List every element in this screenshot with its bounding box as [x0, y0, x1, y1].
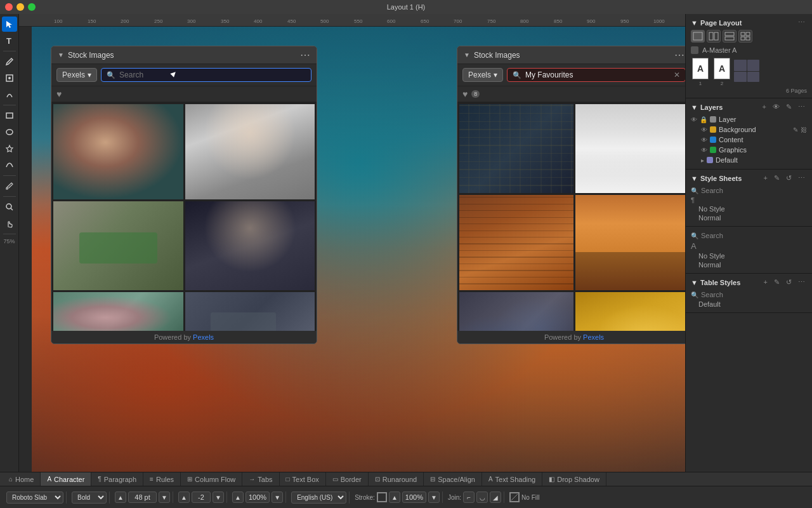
image-cell-flowers[interactable]: [53, 292, 183, 331]
rectangle-tool[interactable]: [2, 108, 17, 123]
ts-edit[interactable]: ✎: [772, 277, 782, 287]
tab-border[interactable]: ▭ Border: [326, 472, 369, 486]
panel-menu-left[interactable]: ⋯: [300, 50, 310, 60]
image-cell-cars-parking[interactable]: [459, 292, 573, 331]
tab-rules[interactable]: ≡ Rules: [143, 472, 181, 486]
font-weight-select[interactable]: Bold: [72, 491, 107, 504]
ss-search-label[interactable]: Search: [701, 187, 723, 194]
zoom-tool[interactable]: [2, 199, 17, 215]
font-size-up[interactable]: ▲: [115, 491, 126, 503]
tab-home[interactable]: ⌂ Home: [3, 472, 41, 486]
ts-menu[interactable]: ⋯: [796, 277, 807, 287]
tab-text-shading[interactable]: A Text Shading: [482, 472, 542, 486]
layer-row-background[interactable]: 👁 Background ✎ ⛓: [691, 124, 807, 135]
pexels-link-right[interactable]: Pexels: [583, 333, 604, 341]
scale-h-down[interactable]: ▼: [272, 491, 283, 503]
language-select[interactable]: English (US): [291, 491, 346, 504]
maximize-button[interactable]: [28, 3, 36, 11]
favorites-icon-left[interactable]: ♥: [56, 89, 62, 99]
select-tool[interactable]: [2, 17, 17, 32]
layout-option-4[interactable]: [738, 30, 752, 43]
layers-trash[interactable]: ⋯: [796, 102, 807, 112]
hand-tool[interactable]: [2, 216, 17, 231]
table-default-style[interactable]: Default: [691, 300, 807, 309]
clear-search-right[interactable]: ✕: [674, 70, 680, 79]
ts-dup[interactable]: ↺: [784, 277, 794, 287]
tab-runaround[interactable]: ⊡ Runaround: [369, 472, 424, 486]
pen-tool[interactable]: [2, 54, 17, 69]
panel-collapse-icon-left[interactable]: ▼: [58, 51, 64, 58]
layer-edit-bg[interactable]: ✎: [793, 126, 798, 133]
panel-menu-right[interactable]: ⋯: [674, 50, 684, 60]
layout-option-2[interactable]: [707, 30, 721, 43]
ss-menu[interactable]: ⋯: [796, 173, 807, 183]
stroke-color-box[interactable]: [377, 492, 387, 502]
scale-h-value[interactable]: 100%: [246, 491, 270, 503]
layer-row-graphics[interactable]: 👁 Graphics: [691, 145, 807, 155]
star-tool[interactable]: [2, 141, 17, 156]
tab-space-align[interactable]: ⊟ Space/Align: [424, 472, 482, 486]
font-family-select[interactable]: Roboto Slab: [6, 491, 63, 504]
provider-select-right[interactable]: Pexels ▾: [462, 68, 503, 82]
tab-text-box[interactable]: □ Text Box: [280, 472, 326, 486]
provider-select-left[interactable]: Pexels ▾: [56, 68, 97, 82]
tracking-up[interactable]: ▲: [178, 491, 190, 503]
stroke-pct-up[interactable]: ▲: [389, 491, 400, 503]
stroke-pct-value[interactable]: 100%: [402, 491, 426, 503]
text-tool[interactable]: T: [2, 33, 17, 48]
image-grid-left-scroll[interactable]: [51, 102, 317, 331]
tab-character[interactable]: A Character: [41, 472, 91, 486]
image-cell-city-sunset[interactable]: [575, 195, 686, 290]
tracking-down[interactable]: ▼: [213, 491, 224, 503]
tab-drop-shadow[interactable]: ◧ Drop Shadow: [542, 472, 606, 486]
char-normal-style[interactable]: Normal: [691, 260, 807, 269]
paint-tool[interactable]: [2, 87, 17, 102]
panel-collapse-icon-right[interactable]: ▼: [464, 51, 470, 58]
eyedropper-tool[interactable]: [2, 178, 17, 194]
tab-column-flow[interactable]: ⊞ Column Flow: [181, 472, 242, 486]
layer-row-default[interactable]: ▸ Default: [691, 155, 807, 165]
image-cell-camera-person[interactable]: [185, 292, 315, 331]
favorites-icon-right[interactable]: ♥: [462, 89, 468, 99]
page-layout-menu[interactable]: ⋯: [796, 18, 807, 27]
join-bevel[interactable]: ◢: [490, 491, 501, 503]
ellipse-tool[interactable]: [2, 124, 17, 140]
layers-eye[interactable]: 👁: [771, 102, 782, 112]
ts-add[interactable]: +: [762, 277, 769, 287]
font-size-value[interactable]: 48 pt: [128, 491, 157, 503]
layers-edit[interactable]: ✎: [784, 102, 794, 112]
ss-edit[interactable]: ✎: [772, 173, 782, 183]
transform-tool[interactable]: [2, 70, 17, 86]
image-cell-city-fog[interactable]: [575, 104, 686, 193]
ss-add[interactable]: +: [762, 173, 769, 183]
master-checkbox[interactable]: [691, 46, 698, 54]
image-cell-city-aerial[interactable]: [459, 104, 573, 193]
image-cell-woman-hair[interactable]: [53, 104, 183, 199]
style-normal-para[interactable]: Normal: [691, 213, 807, 222]
font-size-down[interactable]: ▼: [159, 491, 170, 503]
layer-expand-default[interactable]: ▸: [701, 157, 704, 164]
search-input-left[interactable]: [119, 70, 306, 79]
page-item-2[interactable]: A 2: [712, 57, 731, 88]
scale-h-up[interactable]: ▲: [232, 491, 244, 503]
layout-option-3[interactable]: [723, 30, 737, 43]
char-no-style[interactable]: No Style: [691, 251, 807, 260]
image-cell-modern-building[interactable]: [459, 195, 573, 290]
search-input-right[interactable]: [525, 70, 670, 79]
tracking-value[interactable]: -2: [192, 491, 211, 503]
layout-option-1[interactable]: [691, 30, 705, 43]
style-no-style-para[interactable]: No Style: [691, 204, 807, 213]
minimize-button[interactable]: [16, 3, 24, 11]
tab-paragraph[interactable]: ¶ Paragraph: [91, 472, 143, 486]
tab-tabs[interactable]: → Tabs: [242, 472, 279, 486]
image-cell-yellow-car[interactable]: [575, 292, 686, 331]
layers-add[interactable]: +: [761, 102, 768, 112]
image-cell-woman-sunglasses[interactable]: [185, 201, 315, 290]
stroke-pct-down[interactable]: ▼: [428, 491, 440, 503]
join-round[interactable]: ◡: [476, 491, 488, 503]
pexels-link-left[interactable]: Pexels: [193, 333, 214, 341]
fill-color-box[interactable]: [509, 492, 520, 502]
image-cell-green-car[interactable]: [53, 201, 183, 290]
image-cell-veil-woman[interactable]: [185, 104, 315, 199]
join-miter[interactable]: ⌐: [463, 491, 475, 503]
